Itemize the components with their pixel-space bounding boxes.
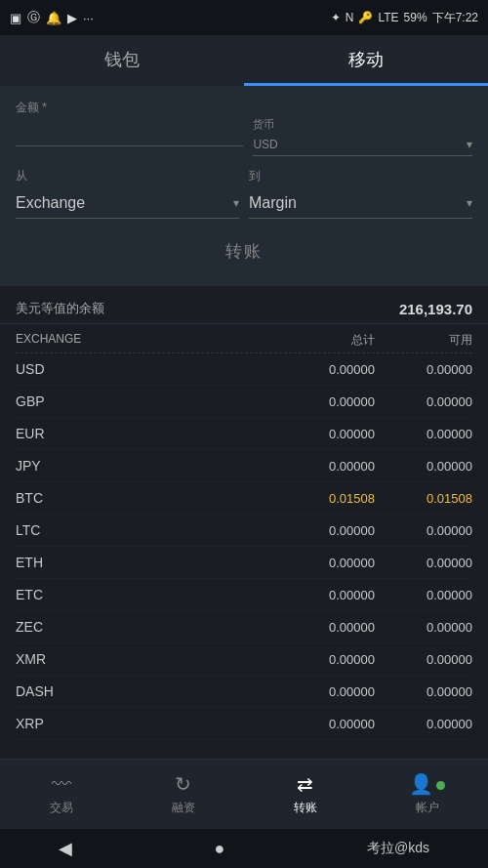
bluetooth-icon: ✦ (331, 11, 341, 24)
notification-icon: 🔔 (46, 11, 61, 25)
currency-cell: LTC (16, 522, 94, 538)
dots: ··· (83, 11, 94, 25)
total-cell: 0.00000 (94, 588, 375, 602)
currency-cell: GBP (16, 393, 94, 409)
app-icon-2: Ⓖ (27, 9, 40, 26)
table-row: XMR0.000000.00000 (16, 643, 472, 676)
nav-trading-label: 交易 (50, 800, 73, 816)
transfer-form: 金额 * 货币 USD ▾ 从 Exchange ▾ 到 Margin ▾ (0, 86, 488, 286)
table-row: USD0.000000.00000 (16, 353, 472, 386)
balance-label: 美元等值的余额 (16, 300, 104, 317)
balance-value: 216,193.70 (399, 301, 472, 317)
exchange-section-label: EXCHANGE (16, 332, 94, 349)
currency-value: USD (253, 138, 277, 151)
total-cell: 0.01508 (94, 491, 375, 506)
home-button[interactable]: ● (215, 839, 225, 859)
available-cell: 0.00000 (375, 459, 472, 474)
status-bar: ▣ Ⓖ 🔔 ▶ ··· ✦ N 🔑 LTE 59% 下午7:22 (0, 0, 488, 35)
system-nav-bar: ◀ ● 考拉@kds (0, 829, 488, 868)
tab-wallet-label: 钱包 (104, 48, 140, 71)
available-cell: 0.00000 (375, 362, 472, 377)
available-cell: 0.00000 (375, 652, 472, 667)
transfer-button[interactable]: 转账 (225, 240, 263, 263)
to-dropdown[interactable]: Margin ▾ (249, 188, 472, 219)
currency-cell: BTC (16, 490, 94, 506)
total-cell: 0.00000 (94, 523, 375, 538)
currency-cell: JPY (16, 458, 94, 474)
recents-button[interactable]: 考拉@kds (367, 840, 429, 857)
trading-icon: 〰 (52, 773, 71, 796)
total-cell: 0.00000 (94, 459, 375, 474)
available-header: 可用 (375, 332, 472, 349)
nfc-icon: N (346, 11, 354, 24)
bottom-nav: 〰 交易 ↻ 融资 ⇄ 转账 👤 帐户 (0, 759, 488, 829)
signal-indicator: LTE (378, 11, 398, 24)
table-row: ETH0.000000.00000 (16, 547, 472, 579)
from-label: 从 (16, 168, 239, 185)
tab-transfer[interactable]: 移动 (244, 35, 488, 86)
funding-icon: ↻ (175, 772, 191, 796)
from-value: Exchange (16, 194, 85, 212)
table-row: GBP0.000000.00000 (16, 386, 472, 418)
available-cell: 0.00000 (375, 588, 472, 602)
total-cell: 0.00000 (94, 652, 375, 667)
to-value: Margin (249, 194, 297, 212)
to-label: 到 (249, 168, 472, 185)
amount-input[interactable] (16, 120, 243, 146)
available-cell: 0.00000 (375, 523, 472, 538)
table-row: ZEC0.000000.00000 (16, 611, 472, 643)
currency-label: 货币 (253, 117, 472, 132)
currency-cell: XMR (16, 651, 94, 667)
app-icon-1: ▣ (10, 11, 21, 25)
available-cell: 0.00000 (375, 556, 472, 570)
total-cell: 0.00000 (94, 556, 375, 570)
available-cell: 0.00000 (375, 684, 472, 699)
table-row: JPY0.000000.00000 (16, 450, 472, 482)
total-header: 总计 (94, 332, 375, 349)
battery-indicator: 59% (404, 11, 427, 24)
tab-wallet[interactable]: 钱包 (0, 35, 244, 86)
to-chevron-icon: ▾ (467, 196, 472, 210)
nav-account[interactable]: 👤 帐户 (366, 760, 488, 829)
status-right-info: ✦ N 🔑 LTE 59% 下午7:22 (331, 10, 478, 26)
available-cell: 0.00000 (375, 717, 472, 731)
total-cell: 0.00000 (94, 427, 375, 441)
currency-dropdown[interactable]: USD ▾ (253, 134, 472, 156)
nav-funding[interactable]: ↻ 融资 (122, 760, 244, 829)
transfer-btn-wrap: 转账 (16, 230, 472, 276)
amount-field-wrap: 金额 * (16, 100, 243, 146)
table-row: EUR0.000000.00000 (16, 418, 472, 450)
tab-transfer-label: 移动 (348, 48, 384, 71)
table-row: ETC0.000000.00000 (16, 579, 472, 611)
currency-cell: EUR (16, 426, 94, 441)
from-field-wrap: 从 Exchange ▾ (16, 168, 239, 219)
from-chevron-icon: ▾ (233, 196, 239, 210)
nav-funding-label: 融资 (172, 800, 195, 816)
currency-cell: ETH (16, 555, 94, 570)
available-cell: 0.00000 (375, 620, 472, 635)
table-row: LTC0.000000.00000 (16, 515, 472, 547)
balance-section: 美元等值的余额 216,193.70 (0, 286, 488, 324)
from-dropdown[interactable]: Exchange ▾ (16, 188, 239, 219)
table-row: DASH0.000000.00000 (16, 676, 472, 708)
table-row: BTC0.015080.01508 (16, 482, 472, 515)
online-dot (436, 781, 445, 790)
currency-cell: USD (16, 361, 94, 377)
available-cell: 0.01508 (375, 491, 472, 506)
account-icon: 👤 (409, 772, 445, 796)
currency-cell: ETC (16, 587, 94, 602)
time-display: 下午7:22 (432, 10, 478, 26)
main-tab-bar: 钱包 移动 (0, 35, 488, 86)
total-cell: 0.00000 (94, 362, 375, 377)
available-cell: 0.00000 (375, 427, 472, 441)
total-cell: 0.00000 (94, 684, 375, 699)
nav-trading[interactable]: 〰 交易 (0, 760, 122, 829)
transfer-icon: ⇄ (297, 772, 313, 796)
currency-cell: DASH (16, 683, 94, 699)
key-icon: 🔑 (358, 11, 373, 24)
total-cell: 0.00000 (94, 620, 375, 635)
back-button[interactable]: ◀ (59, 838, 72, 859)
amount-label: 金额 * (16, 100, 243, 116)
nav-transfer[interactable]: ⇄ 转账 (244, 760, 366, 829)
status-left-icons: ▣ Ⓖ 🔔 ▶ ··· (10, 9, 94, 26)
